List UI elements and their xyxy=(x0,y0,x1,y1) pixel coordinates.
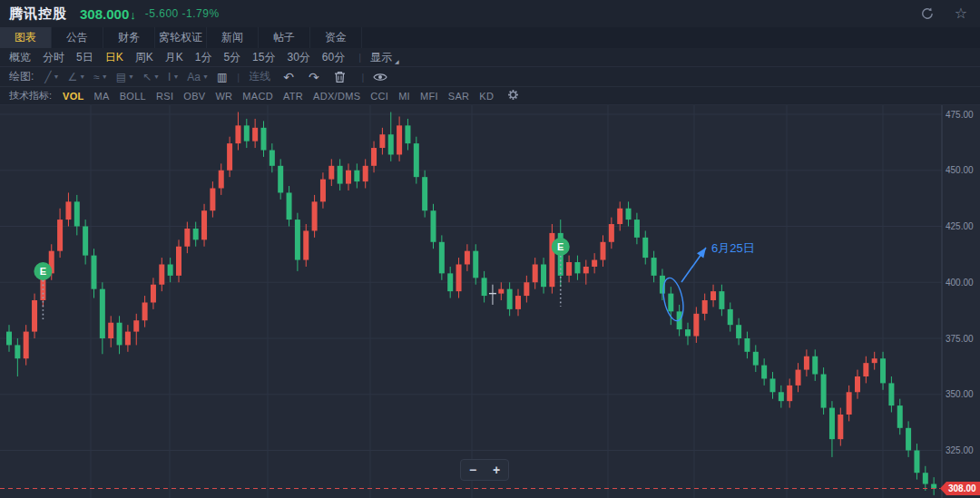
font-tool[interactable]: Aa▼ xyxy=(187,71,209,83)
text-tool[interactable]: I▼ xyxy=(168,71,179,83)
indicator-boll[interactable]: BOLL xyxy=(120,91,146,102)
indicator-macd[interactable]: MACD xyxy=(242,91,273,102)
chart-grid xyxy=(0,103,942,498)
chevron-down-icon: ▼ xyxy=(153,73,160,80)
indicator-atr[interactable]: ATR xyxy=(283,91,303,102)
indicator-rsi[interactable]: RSI xyxy=(156,91,173,102)
drawing-toolbar: 绘图:╱▼∠▼≈▼▤▼↖▼I▼Aa▼▥|连线↶↷| xyxy=(0,67,980,87)
zoom-in-button[interactable]: + xyxy=(485,460,508,480)
display-label: 显示 xyxy=(370,50,392,65)
chevron-down-icon: ▼ xyxy=(54,73,60,80)
svg-text:E: E xyxy=(40,266,46,277)
timeframe-overview[interactable]: 概览 xyxy=(9,50,31,65)
svg-text:325.00: 325.00 xyxy=(946,445,974,455)
timeframe-5min[interactable]: 5分 xyxy=(223,50,240,65)
timeframe-30min[interactable]: 30分 xyxy=(287,50,309,65)
svg-text:6月25日: 6月25日 xyxy=(711,241,755,255)
titlebar-icons: ☆ xyxy=(920,0,967,27)
timeframe-daily[interactable]: 日K xyxy=(105,50,123,65)
font-tool-glyph: Aa xyxy=(187,71,201,83)
chevron-down-icon: ▼ xyxy=(172,73,179,80)
timeframe-weekly[interactable]: 周K xyxy=(135,50,153,65)
channel-tool[interactable]: ∠▼ xyxy=(68,71,86,83)
change-percent: -1.79% xyxy=(182,7,220,20)
timeframe-monthly[interactable]: 月K xyxy=(165,50,183,65)
pattern-tool-glyph: ▥ xyxy=(217,71,227,83)
connect-line-button[interactable]: 连线 xyxy=(249,69,270,84)
stock-name: 腾讯控股 xyxy=(9,5,67,23)
divider: | xyxy=(237,72,240,83)
corner-triangle-icon: ◢ xyxy=(395,58,399,64)
svg-text:350.00: 350.00 xyxy=(946,389,974,399)
timeframe-15min[interactable]: 15分 xyxy=(252,50,275,65)
zoom-controls: − + xyxy=(460,459,509,481)
indicator-ma[interactable]: MA xyxy=(94,91,110,102)
fibonacci-tool[interactable]: ▤▼ xyxy=(116,71,134,83)
tab-warrants[interactable]: 窝轮权证 xyxy=(155,27,207,48)
pattern-tool[interactable]: ▥ xyxy=(217,71,227,83)
svg-text:450.00: 450.00 xyxy=(946,165,974,175)
indicator-adxdms[interactable]: ADX/DMS xyxy=(313,91,360,102)
indicator-sar[interactable]: SAR xyxy=(448,91,470,102)
divider: | xyxy=(362,72,365,83)
indicator-mi[interactable]: MI xyxy=(398,91,410,102)
tab-announcements[interactable]: 公告 xyxy=(52,27,103,48)
timeframe-60min[interactable]: 60分 xyxy=(322,50,345,65)
tab-chart[interactable]: 图表 xyxy=(0,27,52,48)
price-change: -5.600 -1.79% xyxy=(145,7,220,20)
redo-icon[interactable]: ↷ xyxy=(309,70,319,84)
tab-financials[interactable]: 财务 xyxy=(103,27,155,48)
timeframe-bar: 概览分时5日日K周K月K1分5分15分30分60分|显示◢ xyxy=(0,48,980,67)
timeframe-intraday[interactable]: 分时 xyxy=(43,50,64,65)
svg-text:425.00: 425.00 xyxy=(946,221,974,231)
tab-news[interactable]: 新闻 xyxy=(207,27,259,48)
change-value: -5.600 xyxy=(145,7,179,20)
arrow-tool-glyph: ↖ xyxy=(142,71,152,83)
last-price-tag: 308.00 xyxy=(940,482,980,495)
timeframe-5day[interactable]: 5日 xyxy=(76,50,93,65)
svg-text:400.00: 400.00 xyxy=(946,278,974,288)
trash-icon[interactable] xyxy=(334,71,346,83)
svg-text:E: E xyxy=(557,241,564,252)
stock-chart-app: 475.00450.00425.00400.00375.00350.00325.… xyxy=(0,0,980,498)
price-down-arrow-icon: ↓ xyxy=(130,8,136,22)
divider: | xyxy=(358,52,361,63)
indicator-obv[interactable]: OBV xyxy=(183,91,205,102)
chevron-down-icon: ▼ xyxy=(102,73,108,80)
refresh-icon[interactable] xyxy=(920,6,935,21)
chevron-down-icon: ▼ xyxy=(79,73,85,80)
svg-text:308.00: 308.00 xyxy=(948,483,976,493)
display-menu-button[interactable]: 显示◢ xyxy=(370,50,399,65)
tab-bar: 图表公告财务窝轮权证新闻帖子资金 xyxy=(0,27,980,49)
svg-text:375.00: 375.00 xyxy=(946,334,974,344)
tab-posts[interactable]: 帖子 xyxy=(259,27,310,48)
fibonacci-tool-glyph: ▤ xyxy=(116,71,126,83)
tab-funds[interactable]: 资金 xyxy=(310,27,362,48)
gear-icon[interactable] xyxy=(507,89,519,103)
line-tool-glyph: ╱ xyxy=(44,71,51,83)
text-tool-glyph: I xyxy=(168,71,171,83)
wave-tool-glyph: ≈ xyxy=(93,71,100,83)
indicator-vol[interactable]: VOL xyxy=(63,91,84,102)
indicator-kd[interactable]: KD xyxy=(479,91,494,102)
indicators-label: 技术指标: xyxy=(9,89,52,103)
arrow-tool[interactable]: ↖▼ xyxy=(142,71,160,83)
line-tool[interactable]: ╱▼ xyxy=(44,71,59,83)
wave-tool[interactable]: ≈▼ xyxy=(93,71,108,83)
indicator-wr[interactable]: WR xyxy=(215,91,232,102)
undo-icon[interactable]: ↶ xyxy=(283,70,294,84)
favorite-star-icon[interactable]: ☆ xyxy=(955,6,967,21)
timeframe-1min[interactable]: 1分 xyxy=(195,50,212,65)
price-value: 308.000 xyxy=(80,6,129,22)
drawing-label: 绘图: xyxy=(9,69,34,84)
indicator-bar: 技术指标:VOLMABOLLRSIOBVWRMACDATRADX/DMSCCIM… xyxy=(0,87,980,105)
zoom-out-button[interactable]: − xyxy=(461,460,485,480)
indicator-cci[interactable]: CCI xyxy=(370,91,388,102)
chevron-down-icon: ▼ xyxy=(202,73,209,80)
eye-icon[interactable] xyxy=(373,72,387,83)
chevron-down-icon: ▼ xyxy=(128,73,134,80)
price-axis-labels: 475.00450.00425.00400.00375.00350.00325.… xyxy=(946,110,974,456)
indicator-mfi[interactable]: MFI xyxy=(420,91,438,102)
svg-text:475.00: 475.00 xyxy=(946,110,974,120)
channel-tool-glyph: ∠ xyxy=(68,71,78,83)
